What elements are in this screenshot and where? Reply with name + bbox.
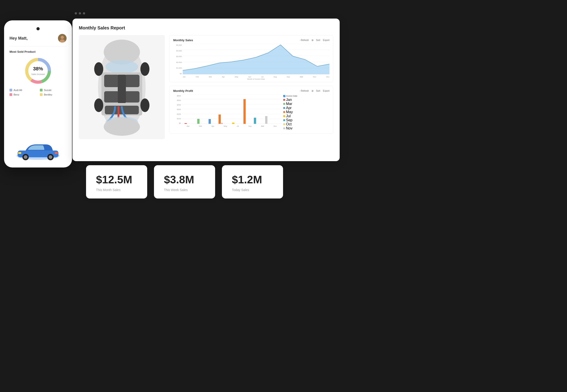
car-image-panel [79, 35, 165, 139]
profit-legend: Invoice Date Jan Mar Apr [283, 94, 304, 130]
phone-mockup: Hey Matt, Most Sold Product [4, 20, 72, 168]
grid-icon-sales[interactable]: ⊞ [312, 39, 313, 42]
svg-rect-15 [55, 152, 58, 154]
legend-dot-benz [10, 93, 12, 96]
donut-percent: 38% [31, 66, 45, 72]
dashboard-title: Monthly Sales Report [79, 25, 333, 30]
legend-dot-suzuki [40, 89, 43, 91]
legend-dot-bentley [40, 93, 43, 96]
invoice-date-checkbox[interactable] [283, 95, 285, 97]
svg-rect-21 [125, 75, 140, 87]
monthly-sales-actions: › Refresh ⊞ Sort Export [300, 39, 329, 42]
legend-dot-audi [10, 89, 12, 91]
svg-point-31 [140, 98, 149, 112]
most-sold-title: Most Sold Product [10, 50, 67, 53]
stat-cards: $12.5M This Month Sales $3.8M This Week … [86, 165, 283, 198]
month-sales-label: This Month Sales [96, 188, 137, 192]
svg-rect-48 [218, 114, 221, 124]
window-controls [75, 12, 85, 14]
svg-point-29 [94, 98, 103, 112]
monthly-profit-actions: › Refresh ⊞ Sort Export [300, 90, 329, 92]
export-btn-sales[interactable]: Export [323, 39, 329, 42]
legend: Audi A6 Suzuki Benz Bentley [10, 89, 67, 96]
svg-rect-20 [104, 75, 119, 87]
legend-mar: Mar [283, 102, 304, 106]
grid-icon-profit[interactable]: ⊞ [312, 90, 313, 92]
phone-header: Hey Matt, [10, 34, 67, 46]
svg-point-18 [106, 60, 138, 73]
svg-rect-47 [209, 119, 211, 124]
monthly-profit-chart: Monthly Profit › Refresh ⊞ Sort Export $… [169, 86, 333, 134]
dashboard-content: Monthly Sales › Refresh ⊞ Sort Export $5… [79, 35, 333, 139]
stat-card-week: $3.8M This Week Sales [154, 165, 215, 198]
legend-nov: Nov [283, 126, 304, 130]
legend-sep: Sep [283, 118, 304, 122]
dashboard: Monthly Sales Report [72, 19, 340, 161]
donut-sublabel: Sales Increase [31, 73, 45, 75]
svg-point-11 [24, 155, 28, 159]
svg-rect-22 [104, 91, 119, 102]
dot-3 [83, 12, 85, 14]
legend-suzuki: Suzuki [40, 89, 67, 91]
legend-bentley: Bentley [40, 93, 67, 96]
svg-rect-51 [243, 99, 246, 124]
stat-card-month: $12.5M This Month Sales [86, 165, 147, 198]
phone-camera [36, 27, 40, 30]
legend-may: May [283, 110, 304, 114]
today-sales-value: $1.2M [232, 173, 273, 186]
x-axis-label-sales: Month of Invoice Date [183, 78, 329, 80]
legend-oct: Oct [283, 122, 304, 126]
svg-rect-46 [197, 119, 199, 124]
legend-jan: Jan [283, 98, 304, 102]
greeting-name: Matt, [18, 36, 28, 41]
week-sales-label: This Week Sales [164, 188, 205, 192]
month-sales-value: $12.5M [96, 173, 137, 186]
svg-point-13 [49, 155, 52, 159]
refresh-btn-profit[interactable]: › Refresh [300, 90, 309, 92]
donut-chart: 38% Sales Increase [10, 56, 67, 85]
svg-point-30 [140, 62, 149, 76]
refresh-btn-sales[interactable]: › Refresh [300, 39, 309, 42]
stat-card-today: $1.2M Today Sales [222, 165, 283, 198]
svg-rect-14 [18, 152, 21, 154]
svg-point-1 [61, 36, 64, 39]
monthly-sales-chart: Monthly Sales › Refresh ⊞ Sort Export $5… [169, 35, 333, 82]
svg-point-27 [104, 118, 140, 136]
legend-apr: Apr [283, 106, 304, 110]
greeting-prefix: Hey [10, 36, 18, 41]
legend-label-benz: Benz [14, 93, 19, 96]
monthly-profit-title: Monthly Profit [173, 89, 193, 93]
svg-rect-23 [125, 91, 140, 102]
greeting: Hey Matt, [10, 36, 28, 41]
monthly-sales-title: Monthly Sales [173, 39, 193, 42]
legend-jul: Jul [283, 114, 304, 118]
today-sales-label: Today Sales [232, 188, 273, 192]
legend-label-audi: Audi A6 [14, 89, 22, 91]
sort-btn-profit[interactable]: Sort [316, 90, 320, 92]
svg-point-28 [94, 62, 103, 76]
dot-1 [75, 12, 77, 14]
charts-panel: Monthly Sales › Refresh ⊞ Sort Export $5… [169, 35, 333, 139]
legend-label-bentley: Bentley [44, 93, 52, 96]
svg-rect-53 [265, 116, 268, 124]
sort-btn-sales[interactable]: Sort [316, 39, 320, 42]
legend-audi: Audi A6 [10, 89, 36, 91]
dot-2 [79, 12, 81, 14]
svg-rect-25 [118, 75, 126, 103]
legend-label-suzuki: Suzuki [44, 89, 51, 91]
svg-rect-45 [184, 123, 187, 124]
svg-rect-50 [232, 123, 234, 124]
phone-car-image [10, 140, 67, 161]
avatar [58, 34, 67, 42]
legend-benz: Benz [10, 93, 36, 96]
svg-rect-49 [221, 123, 223, 124]
week-sales-value: $3.8M [164, 173, 205, 186]
export-btn-profit[interactable]: Export [323, 90, 329, 92]
svg-rect-52 [254, 118, 256, 124]
